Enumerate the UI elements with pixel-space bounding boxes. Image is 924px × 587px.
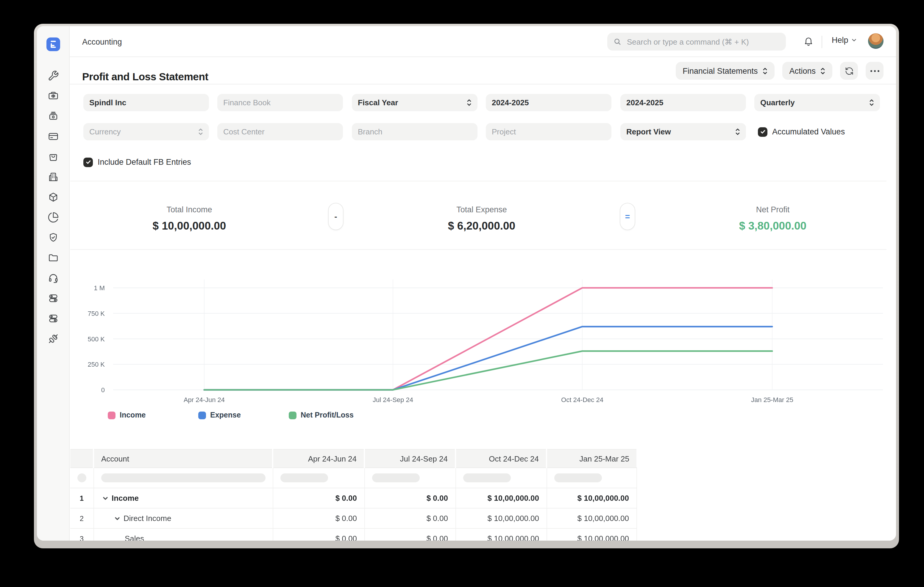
- q2-filter-input[interactable]: [365, 468, 455, 488]
- table-row: 3 Sales $ 0.00 $ 0.00 $ 10,00,000.00 $ 1…: [70, 528, 637, 541]
- period-basis-select[interactable]: Fiscal Year: [352, 94, 477, 111]
- branch-filter[interactable]: Branch: [352, 123, 477, 140]
- app-logo-icon[interactable]: [46, 38, 60, 51]
- q1-filter-input[interactable]: [273, 468, 365, 488]
- row-number: 3: [70, 528, 94, 541]
- chevron-down-icon: [851, 37, 857, 43]
- shield-check-icon[interactable]: [46, 231, 59, 243]
- legend-item-expense: Expense: [198, 411, 241, 419]
- company-filter[interactable]: Spindl Inc: [83, 94, 209, 111]
- table-header-row: Account Apr 24-Jun 24 Jul 24-Sep 24 Oct …: [70, 449, 637, 468]
- value-cell: $ 0.00: [365, 528, 455, 541]
- value-cell: $ 0.00: [273, 508, 365, 528]
- plug-icon[interactable]: [46, 332, 59, 344]
- project-filter[interactable]: Project: [486, 123, 611, 140]
- accumulated-values-checkbox[interactable]: Accumulated Values: [758, 123, 845, 140]
- account-cell[interactable]: Sales: [94, 528, 273, 541]
- card-icon[interactable]: [46, 130, 59, 142]
- net-profit-swatch-icon: [289, 411, 297, 419]
- start-year-filter[interactable]: 2024-2025: [486, 94, 611, 111]
- report-group-label: Financial Statements: [683, 66, 757, 75]
- user-avatar[interactable]: [868, 33, 883, 49]
- svg-text:Jan 25-Mar 25: Jan 25-Mar 25: [751, 396, 793, 403]
- app-window: Accounting Help Profit and Loss Statemen…: [37, 26, 896, 541]
- select-caret-icon: [869, 99, 874, 107]
- q4-filter-input[interactable]: [546, 468, 637, 488]
- organization-icon[interactable]: [46, 171, 59, 183]
- toolbar-actions: Financial Statements Actions: [675, 62, 883, 80]
- bell-icon: [803, 36, 814, 46]
- pie-chart-icon[interactable]: [46, 211, 59, 223]
- icon-sidebar: [37, 26, 70, 541]
- value-cell: $ 10,00,000.00: [455, 508, 546, 528]
- minus-operator: -: [328, 203, 343, 230]
- shopping-bag-icon[interactable]: [46, 150, 59, 162]
- refresh-button[interactable]: [840, 62, 858, 80]
- collapse-chevron-icon[interactable]: [102, 495, 108, 501]
- screen: Accounting Help Profit and Loss Statemen…: [0, 0, 924, 587]
- q3-filter-input[interactable]: [455, 468, 546, 488]
- more-options-button[interactable]: [866, 62, 883, 80]
- report-view-select[interactable]: Report View: [620, 123, 746, 140]
- search-input[interactable]: [626, 36, 780, 47]
- finance-book-filter[interactable]: Finance Book: [217, 94, 343, 111]
- row-number: 1: [70, 488, 94, 508]
- report-group-dropdown[interactable]: Financial Statements: [675, 62, 774, 80]
- value-cell: $ 0.00: [365, 488, 455, 508]
- equals-operator: =: [620, 203, 635, 230]
- cost-center-filter[interactable]: Cost Center: [217, 123, 343, 140]
- titlebar: Profit and Loss Statement Financial Stat…: [70, 57, 896, 84]
- select-caret-icon: [820, 67, 825, 75]
- select-caret-icon: [735, 128, 740, 136]
- account-filter-input[interactable]: [94, 468, 273, 488]
- payments-icon[interactable]: [46, 90, 59, 102]
- folder-icon[interactable]: [46, 252, 59, 263]
- rownum-filter-cell[interactable]: [70, 468, 94, 488]
- actions-dropdown[interactable]: Actions: [782, 62, 832, 80]
- toggles-icon[interactable]: [46, 292, 59, 304]
- collapse-chevron-icon[interactable]: [114, 515, 120, 521]
- end-year-filter[interactable]: 2024-2025: [620, 94, 746, 111]
- checkbox-checked-icon: [758, 127, 767, 136]
- row-number: 2: [70, 508, 94, 528]
- help-label: Help: [832, 36, 848, 44]
- include-default-fb-checkbox[interactable]: Include Default FB Entries: [83, 153, 191, 171]
- q1-header[interactable]: Apr 24-Jun 24: [273, 449, 365, 468]
- topbar-divider: [822, 36, 822, 48]
- svg-text:750 K: 750 K: [88, 310, 105, 317]
- value-cell: $ 0.00: [365, 508, 455, 528]
- currency-select[interactable]: Currency: [83, 123, 209, 140]
- svg-text:Oct 24-Dec 24: Oct 24-Dec 24: [561, 396, 603, 403]
- q3-header[interactable]: Oct 24-Dec 24: [455, 449, 546, 468]
- periodicity-select[interactable]: Quarterly: [754, 94, 880, 111]
- account-cell[interactable]: Direct Income: [94, 508, 273, 528]
- refresh-icon: [845, 66, 853, 75]
- q4-header[interactable]: Jan 25-Mar 25: [546, 449, 637, 468]
- tools-icon[interactable]: [46, 69, 59, 82]
- page-title: Profit and Loss Statement: [82, 71, 208, 83]
- svg-text:500 K: 500 K: [88, 335, 105, 343]
- value-cell: $ 10,00,000.00: [546, 528, 637, 541]
- toggles-icon[interactable]: [46, 312, 59, 324]
- income-swatch-icon: [108, 411, 116, 419]
- total-expense-summary: Total Expense $ 6,20,000.00: [448, 205, 515, 233]
- legend-item-net-profit: Net Profit/Loss: [289, 411, 354, 419]
- svg-text:Apr 24-Jun 24: Apr 24-Jun 24: [184, 396, 225, 403]
- main-area: Accounting Help Profit and Loss Statemen…: [70, 26, 896, 541]
- value-cell: $ 10,00,000.00: [546, 488, 637, 508]
- account-cell[interactable]: Income: [94, 488, 273, 508]
- cash-register-icon[interactable]: [46, 110, 59, 122]
- support-headset-icon[interactable]: [46, 272, 59, 284]
- notifications-button[interactable]: [801, 33, 816, 49]
- select-caret-icon: [467, 99, 472, 107]
- q2-header[interactable]: Jul 24-Sep 24: [365, 449, 455, 468]
- legend-item-income: Income: [108, 411, 146, 419]
- help-menu[interactable]: Help: [832, 36, 857, 44]
- account-header[interactable]: Account: [94, 449, 273, 468]
- expense-swatch-icon: [198, 411, 206, 419]
- checkbox-checked-icon: [83, 157, 93, 167]
- search-bar[interactable]: [607, 33, 786, 51]
- package-icon[interactable]: [46, 191, 59, 203]
- net-profit-summary: Net Profit $ 3,80,000.00: [739, 205, 807, 233]
- select-caret-icon: [198, 128, 203, 136]
